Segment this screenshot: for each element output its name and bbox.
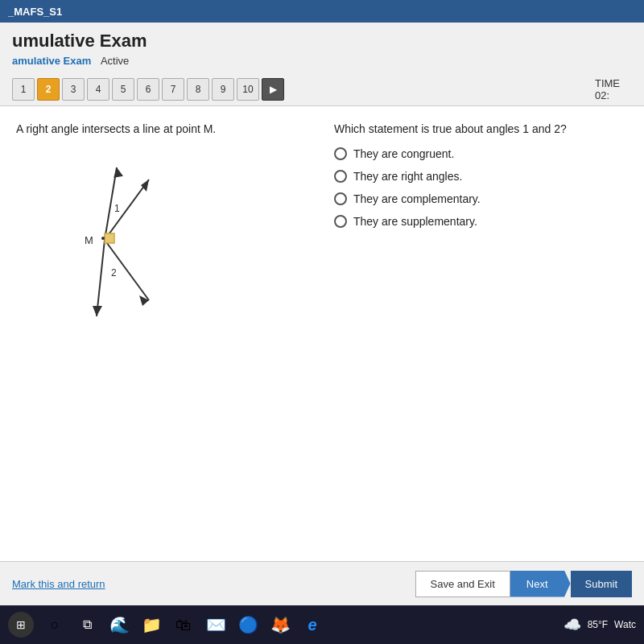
radio-1[interactable] — [334, 147, 347, 160]
header: umulative Exam amulative Exam Active 1 2… — [0, 23, 644, 106]
time-value: 02: — [595, 89, 609, 101]
folder-icon[interactable]: 📁 — [140, 613, 163, 636]
chrome-icon[interactable]: 🔵 — [237, 613, 259, 636]
svg-line-2 — [105, 180, 149, 240]
svg-text:2: 2 — [111, 267, 117, 279]
nav-page-4[interactable]: 4 — [87, 78, 109, 101]
status-badge: Active — [101, 55, 129, 67]
temperature: 85°F — [588, 619, 608, 630]
option-4-label: They are supplementary. — [353, 215, 477, 228]
main-content: A right angle intersects a line at point… — [0, 106, 644, 561]
answer-option-2[interactable]: They are right angles. — [334, 170, 628, 183]
svg-text:M: M — [85, 234, 93, 246]
radio-2[interactable] — [334, 170, 347, 183]
nav-page-5[interactable]: 5 — [112, 78, 134, 101]
svg-point-10 — [101, 237, 105, 240]
footer: Mark this and return Save and Exit Next … — [0, 561, 644, 605]
screen: _MAFS_S1 umulative Exam amulative Exam A… — [0, 0, 644, 644]
svg-line-4 — [97, 240, 105, 316]
header-subtitle: amulative Exam Active — [12, 55, 632, 67]
nav-page-9[interactable]: 9 — [212, 78, 234, 101]
top-bar: _MAFS_S1 — [0, 0, 644, 23]
footer-buttons: Save and Exit Next Submit — [415, 571, 632, 597]
start-button[interactable]: ⊞ — [8, 612, 34, 638]
mail-icon[interactable]: ✉️ — [204, 613, 227, 636]
edge-icon[interactable]: 🌊 — [108, 613, 130, 636]
ie-icon[interactable]: e — [301, 613, 324, 636]
option-3-label: They are complementary. — [353, 192, 481, 205]
weather-label: Watc — [614, 619, 636, 630]
timer: TIME 02: — [595, 77, 620, 101]
taskbar: ⊞ ○ ⧉ 🌊 📁 🛍 ✉️ 🔵 🦊 e ☁️ 85°F Watc — [0, 605, 644, 644]
weather-icon: ☁️ — [564, 616, 581, 634]
nav-page-3[interactable]: 3 — [62, 78, 85, 101]
which-statement-text: Which statement is true about angles 1 a… — [334, 122, 628, 135]
radio-3[interactable] — [334, 192, 347, 205]
nav-page-6[interactable]: 6 — [137, 78, 159, 101]
exam-label: amulative Exam — [12, 55, 91, 67]
radio-4[interactable] — [334, 215, 347, 228]
task-view-icon[interactable]: ⧉ — [76, 613, 98, 636]
diagram: M 1 2 — [24, 151, 185, 328]
nav-page-10[interactable]: 10 — [237, 78, 259, 101]
mark-return-link[interactable]: Mark this and return — [12, 578, 105, 590]
svg-text:1: 1 — [114, 203, 120, 214]
taskbar-right: ☁️ 85°F Watc — [564, 616, 636, 634]
question-text: A right angle intersects a line at point… — [16, 122, 310, 135]
answer-option-1[interactable]: They are congruent. — [334, 147, 628, 160]
nav-page-7[interactable]: 7 — [162, 78, 184, 101]
submit-button[interactable]: Submit — [571, 571, 632, 597]
firefox-icon[interactable]: 🦊 — [269, 613, 291, 636]
svg-rect-8 — [105, 233, 114, 243]
option-2-label: They are right angles. — [353, 170, 462, 183]
nav-page-1[interactable]: 1 — [12, 78, 35, 101]
store-icon[interactable]: 🛍 — [172, 613, 195, 636]
nav-page-8[interactable]: 8 — [187, 78, 209, 101]
time-label: TIME — [595, 77, 620, 89]
nav-page-2[interactable]: 2 — [37, 78, 60, 101]
next-button[interactable]: Next — [510, 571, 571, 597]
svg-marker-1 — [112, 167, 123, 178]
search-icon[interactable]: ○ — [43, 613, 66, 636]
svg-marker-5 — [93, 306, 102, 316]
question-left: A right angle intersects a line at point… — [16, 122, 310, 561]
question-right: Which statement is true about angles 1 a… — [334, 122, 628, 561]
option-1-label: They are congruent. — [353, 147, 454, 160]
question-area: A right angle intersects a line at point… — [16, 122, 628, 561]
save-exit-button[interactable]: Save and Exit — [415, 571, 510, 597]
page-title: umulative Exam — [12, 31, 632, 52]
nav-next-arrow[interactable]: ▶ — [262, 78, 284, 101]
top-bar-title: _MAFS_S1 — [8, 6, 62, 18]
nav-row: 1 2 3 4 5 6 7 8 9 10 ▶ TIME 02: — [12, 73, 632, 105]
answer-option-4[interactable]: They are supplementary. — [334, 215, 628, 228]
answer-option-3[interactable]: They are complementary. — [334, 192, 628, 205]
